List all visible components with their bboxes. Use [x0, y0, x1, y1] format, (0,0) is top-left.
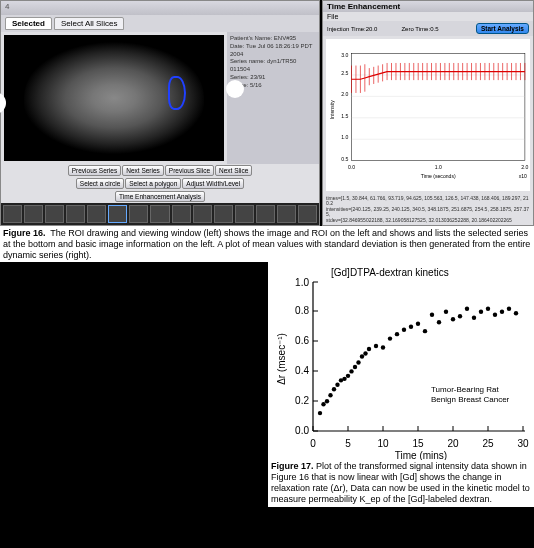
svg-point-85 — [328, 393, 332, 397]
svg-text:0.0: 0.0 — [348, 164, 355, 170]
svg-text:3.0: 3.0 — [341, 52, 348, 58]
select-polygon-button[interactable]: Select a polygon — [125, 178, 181, 189]
adjust-wl-button[interactable]: Adjust Width/Level — [182, 178, 244, 189]
series-name: Series name: dyn1/TR50 011504 — [230, 58, 316, 74]
roi-outline[interactable] — [168, 76, 186, 110]
fig17-xlabel: Time (mins) — [395, 450, 447, 460]
svg-text:2.0: 2.0 — [341, 91, 348, 97]
svg-point-113 — [486, 307, 490, 311]
inj-label: Injection Time: — [327, 26, 366, 32]
thumb-(28,5)[interactable]: (28,5) — [3, 205, 22, 223]
fig16-label: Figure 16. — [3, 228, 46, 238]
svg-point-100 — [395, 332, 399, 336]
prev-series-button[interactable]: Previous Series — [68, 165, 122, 176]
thumb-(29,5)[interactable]: (29,5) — [24, 205, 43, 223]
svg-text:0.6: 0.6 — [295, 335, 309, 346]
thumb-(36,5)[interactable]: (36,5) — [172, 205, 191, 223]
series-num: Series: 23/91 — [230, 74, 316, 82]
te-data-footer: times=[1.5, 30.844, 61.766, 93.719, 94.6… — [323, 194, 533, 226]
thumb-(32,5)[interactable]: (32,5) — [87, 205, 106, 223]
svg-point-82 — [318, 411, 322, 415]
zero-value: 0.5 — [430, 26, 438, 32]
thumb-(40,5)[interactable]: (40,5) — [256, 205, 275, 223]
te-xlabel: Time (seconds) — [421, 173, 456, 179]
figure-17-caption: Figure 17. Plot of the transformed signa… — [271, 460, 531, 504]
svg-point-116 — [507, 307, 511, 311]
next-series-button[interactable]: Next Series — [122, 165, 164, 176]
select-circle-button[interactable]: Select a circle — [76, 178, 124, 189]
te-chart: 0.51.0 1.52.0 2.53.0 0.01.0 2.0 Time (se… — [326, 39, 530, 191]
svg-point-105 — [430, 313, 434, 317]
svg-point-87 — [335, 383, 339, 387]
svg-point-98 — [381, 346, 385, 350]
svg-text:0.8: 0.8 — [295, 305, 309, 316]
svg-text:30: 30 — [517, 438, 529, 449]
svg-text:0.4: 0.4 — [295, 365, 309, 376]
te-xmul: x10 — [519, 173, 527, 179]
kinetics-chart: [Gd]DTPA-dextran kinetics 0.00.20.4 0.60… — [271, 264, 531, 460]
svg-text:1.0: 1.0 — [341, 134, 348, 140]
thumb-(42,5)[interactable]: (42,5) — [298, 205, 317, 223]
thumb-(33,5)[interactable]: (33,5) — [108, 205, 127, 223]
svg-text:25: 25 — [482, 438, 494, 449]
fig17-ann1: Tumor-Bearing Rat — [431, 385, 500, 394]
svg-text:2.0: 2.0 — [521, 164, 528, 170]
figure-17: [Gd]DTPA-dextran kinetics 0.00.20.4 0.60… — [268, 262, 534, 506]
thumb-(35,5)[interactable]: (35,5) — [150, 205, 169, 223]
svg-point-86 — [332, 387, 336, 391]
roi-window: 4 Selected Select All Slices Patient's N… — [0, 0, 320, 226]
svg-point-114 — [493, 313, 497, 317]
svg-point-106 — [437, 320, 441, 324]
svg-text:20: 20 — [447, 438, 459, 449]
svg-point-97 — [374, 344, 378, 348]
fig16-text: The ROI drawing and viewing window (left… — [3, 228, 530, 260]
time-enhance-button[interactable]: Time Enhancement Analysis — [115, 191, 205, 202]
svg-point-89 — [342, 377, 346, 381]
next-slice-button[interactable]: Next Slice — [215, 165, 252, 176]
patient-name: Patient's Name: ENV#35 — [230, 35, 316, 43]
image-info: Patient's Name: ENV#35 Date: Tue Jul 06 … — [227, 32, 319, 164]
svg-point-112 — [479, 310, 483, 314]
svg-point-103 — [416, 322, 420, 326]
thumb-(37,5)[interactable]: (37,5) — [193, 205, 212, 223]
zero-label: Zero Time: — [401, 26, 430, 32]
start-analysis-button[interactable]: Start Analysis — [476, 23, 529, 34]
tab-all-slices[interactable]: Select All Slices — [54, 17, 124, 30]
svg-point-110 — [465, 307, 469, 311]
svg-text:15: 15 — [412, 438, 424, 449]
thumb-(39,5)[interactable]: (39,5) — [235, 205, 254, 223]
thumb-(34,5)[interactable]: (34,5) — [129, 205, 148, 223]
fig17-title: [Gd]DTPA-dextran kinetics — [331, 267, 449, 278]
svg-point-96 — [367, 347, 371, 351]
svg-text:1.5: 1.5 — [341, 113, 348, 119]
tab-selected[interactable]: Selected — [5, 17, 52, 30]
svg-point-104 — [423, 329, 427, 333]
thumb-(38,5)[interactable]: (38,5) — [214, 205, 233, 223]
svg-point-102 — [409, 325, 413, 329]
te-title: Time Enhancement — [323, 1, 533, 12]
svg-point-99 — [388, 337, 392, 341]
prev-slice-button[interactable]: Previous Slice — [165, 165, 214, 176]
svg-text:1.0: 1.0 — [435, 164, 442, 170]
svg-point-117 — [514, 311, 518, 315]
svg-point-95 — [363, 352, 367, 356]
svg-point-92 — [353, 365, 357, 369]
thumb-(30,5)[interactable]: (30,5) — [45, 205, 64, 223]
svg-text:0.2: 0.2 — [295, 395, 309, 406]
window-title: 4 — [1, 1, 319, 15]
thumb-(41,5)[interactable]: (41,5) — [277, 205, 296, 223]
date: Date: Tue Jul 06 18:26:19 PDT 2004 — [230, 43, 316, 59]
figure-16-caption: Figure 16. The ROI drawing and viewing w… — [0, 226, 534, 262]
svg-point-83 — [321, 402, 325, 406]
te-ylabel: Intensity — [329, 100, 335, 119]
svg-text:2.5: 2.5 — [341, 70, 348, 76]
thumbnail-strip: (28,5)(29,5)(30,5)(31,5)(32,5)(33,5)(34,… — [1, 203, 319, 225]
thumb-(31,5)[interactable]: (31,5) — [66, 205, 85, 223]
svg-point-94 — [360, 355, 364, 359]
fig17-ann2: Benign Breast Cancer — [431, 395, 510, 404]
menu-file[interactable]: File — [323, 12, 533, 21]
mri-image[interactable] — [4, 35, 224, 161]
spacer — [0, 262, 268, 506]
svg-text:0.0: 0.0 — [295, 425, 309, 436]
svg-point-93 — [356, 361, 360, 365]
